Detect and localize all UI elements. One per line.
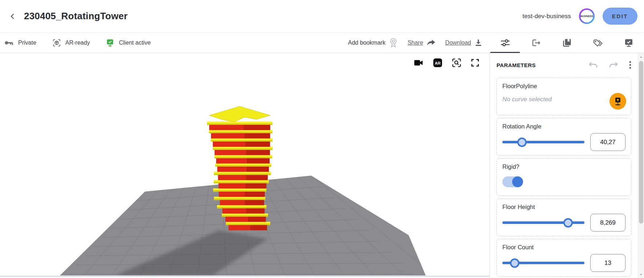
ar-ready-status: AR-ready <box>52 38 90 47</box>
param-label: Floor Height <box>502 204 625 210</box>
slider-thumb[interactable] <box>563 218 573 228</box>
ar-badge-icon[interactable]: AR <box>433 58 442 68</box>
app-window: 230405_RotatingTower test-dev-business B… <box>0 0 644 278</box>
zoom-extents-icon[interactable] <box>452 58 461 68</box>
ar-ready-label: AR-ready <box>65 40 90 46</box>
saved-library-icon <box>562 38 572 48</box>
toolbar: Private AR-ready Client active Add bookm… <box>0 33 644 53</box>
download-link[interactable]: Download <box>445 39 482 47</box>
parameter-cards: FloorPolylineNo curve selectedRotation A… <box>497 78 631 277</box>
share-link[interactable]: Share <box>408 39 436 47</box>
param-label: Rotation Angle <box>502 123 625 130</box>
param-value-floor-count[interactable]: 13 <box>590 254 625 272</box>
page-title: 230405_RotatingTower <box>24 11 127 22</box>
export-icon <box>531 38 541 47</box>
panel-scrollbar[interactable]: ▲ ▼ <box>638 53 644 278</box>
tags-icon <box>593 38 603 47</box>
screen-check-icon <box>624 38 633 48</box>
tab-saved-library[interactable] <box>551 33 582 53</box>
business-badge[interactable]: BUSINESS <box>579 8 595 24</box>
tab-screen-check[interactable] <box>613 33 644 53</box>
share-arrow-icon <box>426 39 436 47</box>
param-value-rotation-angle[interactable]: 40,27 <box>590 133 625 151</box>
header: 230405_RotatingTower test-dev-business B… <box>0 0 644 33</box>
param-toggle-rigid[interactable] <box>502 176 523 187</box>
client-active-status: Client active <box>106 38 150 47</box>
curve-status-text: No curve selected <box>502 96 625 103</box>
client-active-label: Client active <box>119 40 150 46</box>
panel-title: PARAMETERS <box>497 62 536 68</box>
viewport-3d[interactable]: AR <box>0 53 490 277</box>
fullscreen-icon[interactable] <box>471 58 479 67</box>
business-badge-label: BUSINESS <box>580 10 593 23</box>
param-label: Floor Count <box>502 244 625 251</box>
scroll-thumb[interactable] <box>639 61 643 224</box>
download-icon <box>474 39 482 47</box>
select-curve-button[interactable] <box>609 93 626 110</box>
video-camera-icon[interactable] <box>413 59 424 67</box>
param-label: FloorPolyline <box>502 83 625 90</box>
svg-text:AR: AR <box>435 61 441 65</box>
visibility-status: Private <box>4 40 36 46</box>
client-active-icon <box>106 38 114 47</box>
redo-icon[interactable] <box>609 61 618 69</box>
slider-thumb[interactable] <box>510 258 519 268</box>
share-label: Share <box>408 40 423 46</box>
param-value-floor-height[interactable]: 8,269 <box>590 214 625 232</box>
scene-canvas <box>0 53 490 276</box>
back-button[interactable] <box>7 10 19 23</box>
param-slider-rotation-angle[interactable] <box>502 136 584 148</box>
download-label: Download <box>445 40 471 46</box>
kebab-menu-icon[interactable] <box>629 61 631 69</box>
slider-thumb[interactable] <box>517 138 527 147</box>
chevron-left-icon <box>9 12 17 20</box>
scroll-down-arrow[interactable]: ▼ <box>638 271 644 277</box>
param-card-floor-height: Floor Height8,269 <box>497 199 631 236</box>
medal-icon <box>389 37 398 48</box>
viewport-toolbar: AR <box>413 58 479 68</box>
param-card-floor-count: Floor Count13 <box>497 239 631 277</box>
undo-icon[interactable] <box>588 61 598 69</box>
add-bookmark-label: Add bookmark <box>348 40 385 46</box>
param-card-floorpolyline: FloorPolylineNo curve selected <box>497 78 631 115</box>
slider-track <box>502 141 584 143</box>
edit-button[interactable]: EDIT <box>603 8 637 25</box>
tab-parameters[interactable] <box>490 33 521 53</box>
panel-tabs <box>490 33 644 53</box>
add-bookmark-button[interactable]: Add bookmark <box>348 37 398 48</box>
param-label: Rigid? <box>502 163 625 170</box>
scroll-up-arrow[interactable]: ▲ <box>638 54 644 60</box>
param-slider-floor-height[interactable] <box>502 217 584 228</box>
account-name: test-dev-business <box>523 13 571 20</box>
key-icon <box>4 40 14 46</box>
param-card-rigid: Rigid? <box>497 158 631 196</box>
tune-sliders-icon <box>500 38 510 47</box>
parameters-panel: PARAMETERS FloorPolylineNo curve selecte… <box>490 53 638 278</box>
visibility-label: Private <box>18 40 36 46</box>
toggle-knob <box>512 176 523 187</box>
tab-export[interactable] <box>521 33 551 53</box>
tab-tags[interactable] <box>582 33 613 53</box>
param-slider-floor-count[interactable] <box>502 257 584 269</box>
ar-box-icon <box>52 38 61 47</box>
param-card-rotation-angle: Rotation Angle40,27 <box>497 118 631 156</box>
